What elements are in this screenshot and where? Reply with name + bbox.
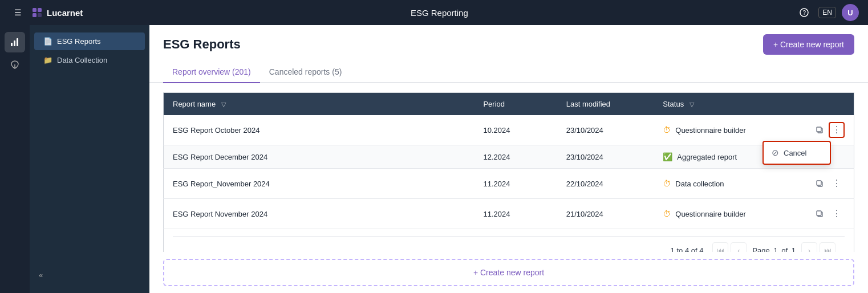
last-modified-cell: 23/10/2024 <box>557 145 654 169</box>
pagination: 1 to 4 of 4 ⏮ ‹ Page 1 of 1 › <box>173 236 845 252</box>
more-button-row1[interactable]: ⋮ <box>829 122 845 138</box>
help-button[interactable]: ? <box>796 4 813 21</box>
context-menu: ⊘ Cancel <box>762 141 831 165</box>
cancel-menu-item[interactable]: ⊘ Cancel <box>764 142 830 164</box>
copy-icon <box>816 180 824 188</box>
table-row: ESG Report_November 2024 11.2024 22/10/2… <box>164 169 854 199</box>
table-row: ESG Report November 2024 11.2024 21/10/2… <box>164 199 854 229</box>
svg-rect-13 <box>817 181 821 185</box>
copy-button-row4[interactable] <box>812 206 828 222</box>
bottom-create-button[interactable]: + Create new report <box>163 259 854 286</box>
svg-rect-2 <box>33 13 36 17</box>
col-period: Period <box>474 93 557 116</box>
more-icon: ⋮ <box>832 209 841 218</box>
status-icon-orange: ⏱ <box>663 125 671 135</box>
pagination-info: 1 to 4 of 4 <box>671 246 704 253</box>
col-status: Status ▽ <box>654 93 802 116</box>
table-body: ESG Report October 2024 10.2024 23/10/20… <box>164 115 854 252</box>
period-cell: 12.2024 <box>474 145 557 169</box>
actions-cell: ⋮ <box>802 169 854 199</box>
report-name-cell: ESG Report_November 2024 <box>164 169 474 199</box>
row-actions: ⋮ <box>812 122 845 138</box>
report-name-cell: ESG Report December 2024 <box>164 145 474 169</box>
top-nav-right: ? EN U <box>796 4 859 21</box>
more-button-row4[interactable]: ⋮ <box>829 206 845 222</box>
last-page-button[interactable]: ⏭ <box>820 242 835 252</box>
more-icon: ⋮ <box>832 125 841 135</box>
copy-button-row3[interactable] <box>812 176 828 192</box>
sidebar-icon-leaf[interactable] <box>5 55 25 75</box>
tab-canceled-reports[interactable]: Canceled reports (5) <box>260 62 351 83</box>
language-button[interactable]: EN <box>818 7 836 18</box>
collapse-sidebar-button[interactable]: « <box>39 271 43 279</box>
reports-table: Report name ▽ Period Last modified Statu… <box>163 92 854 252</box>
status-cell: ⏱ Questionnaire builder <box>654 199 802 229</box>
help-icon: ? <box>800 8 809 17</box>
tab-bar: Report overview (201) Canceled reports (… <box>149 62 868 83</box>
copy-button-row1[interactable] <box>812 122 828 138</box>
leaf-icon <box>10 60 20 70</box>
last-modified-cell: 21/10/2024 <box>557 199 654 229</box>
table-row: ESG Report October 2024 10.2024 23/10/20… <box>164 115 854 145</box>
table-row: ESG Report December 2024 12.2024 23/10/2… <box>164 145 854 169</box>
actions-cell: ⊘ Cancel <box>802 145 854 169</box>
svg-rect-1 <box>38 8 42 12</box>
svg-rect-15 <box>817 211 821 215</box>
svg-rect-8 <box>17 38 18 46</box>
tab-report-overview[interactable]: Report overview (201) <box>163 62 260 83</box>
main-content: ESG Reports + Create new report Report o… <box>149 25 868 293</box>
report-name-filter-icon[interactable]: ▽ <box>221 101 226 108</box>
hamburger-button[interactable]: ☰ <box>9 4 26 21</box>
pagination-row: 1 to 4 of 4 ⏮ ‹ Page 1 of 1 › <box>164 229 854 253</box>
report-name-cell: ESG Report October 2024 <box>164 115 474 145</box>
copy-icon <box>816 210 824 218</box>
status-label: Questionnaire builder <box>675 126 746 135</box>
report-name-cell: ESG Report November 2024 <box>164 199 474 229</box>
status-label: Aggregated report <box>677 153 737 161</box>
svg-rect-11 <box>817 127 821 132</box>
page-title: ESG Reports <box>163 37 241 52</box>
pagination-cell: 1 to 4 of 4 ⏮ ‹ Page 1 of 1 › <box>164 229 854 253</box>
table-header: Report name ▽ Period Last modified Statu… <box>164 93 854 116</box>
row-actions: ⋮ <box>812 206 845 222</box>
avatar[interactable]: U <box>842 4 859 21</box>
nav-sidebar: 📄 ESG Reports 📁 Data Collection « <box>30 25 149 293</box>
status-label: Data collection <box>675 180 724 188</box>
icon-sidebar <box>0 25 30 293</box>
app-name: Lucarnet <box>47 8 83 18</box>
svg-rect-3 <box>38 13 42 17</box>
page-label: Page 1 of 1 <box>752 246 796 253</box>
prev-page-button[interactable]: ‹ <box>731 242 747 252</box>
page-header: ESG Reports + Create new report <box>149 25 868 55</box>
cancel-menu-icon: ⊘ <box>772 148 779 158</box>
sidebar-item-data-collection[interactable]: 📁 Data Collection <box>34 51 145 69</box>
period-cell: 11.2024 <box>474 169 557 199</box>
chart-icon <box>10 37 20 47</box>
svg-rect-6 <box>11 43 13 46</box>
app-logo: Lucarnet <box>32 7 83 18</box>
col-actions <box>802 93 854 116</box>
create-report-button[interactable]: + Create new report <box>763 34 854 55</box>
sidebar-icon-chart[interactable] <box>5 32 25 52</box>
status-icon-green: ✅ <box>663 152 672 161</box>
top-nav: ☰ Lucarnet ESG Reporting ? EN U <box>0 0 868 25</box>
sidebar-footer: « <box>30 264 149 286</box>
table-container: Report name ▽ Period Last modified Statu… <box>149 83 868 252</box>
sidebar-item-esg-reports[interactable]: 📄 ESG Reports <box>34 32 145 50</box>
last-modified-cell: 23/10/2024 <box>557 115 654 145</box>
app-body: 📄 ESG Reports 📁 Data Collection « ESG Re… <box>0 25 868 293</box>
more-button-row3[interactable]: ⋮ <box>829 176 845 192</box>
next-page-button[interactable]: › <box>801 242 817 252</box>
col-report-name: Report name ▽ <box>164 93 474 116</box>
first-page-button[interactable]: ⏮ <box>712 242 728 252</box>
status-icon-orange: ⏱ <box>663 179 671 188</box>
status-filter-icon[interactable]: ▽ <box>689 101 694 108</box>
cancel-menu-label: Cancel <box>784 149 806 157</box>
logo-icon <box>32 7 42 18</box>
row-actions: ⋮ <box>812 176 845 192</box>
esg-reports-icon: 📄 <box>43 37 52 46</box>
status-icon-orange: ⏱ <box>663 209 671 218</box>
sidebar-item-label-esg: ESG Reports <box>57 37 101 46</box>
actions-cell: ⋮ <box>802 199 854 229</box>
period-cell: 10.2024 <box>474 115 557 145</box>
